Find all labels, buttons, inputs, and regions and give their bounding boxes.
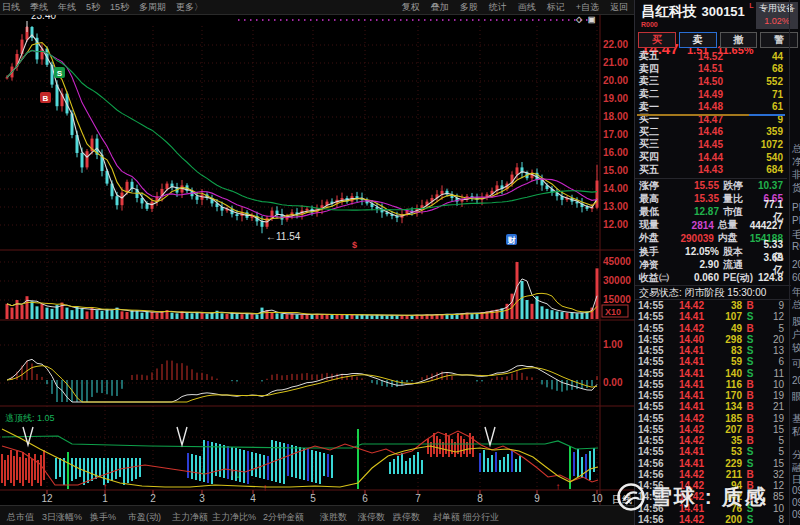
toolbar-item[interactable]: 画线: [518, 1, 536, 14]
svg-text:22.00: 22.00: [603, 39, 628, 50]
trade-direction: S: [742, 345, 758, 356]
quote-panel: 昌红科技 300151 L R000 14.47 1.51 11.65% 专用设…: [634, 0, 800, 525]
orderbook-row[interactable]: 买三14.451072: [635, 138, 787, 151]
market-column-header[interactable]: 主力净额: [172, 511, 208, 524]
toolbar-item[interactable]: 多周期: [139, 1, 166, 14]
trade-time: 14:56: [638, 491, 668, 502]
market-column-header[interactable]: 细分行业: [463, 511, 499, 524]
info-label: PE(动): [723, 271, 757, 285]
order-button-cancel[interactable]: 撤: [720, 32, 758, 48]
toolbar-item[interactable]: 返回: [610, 1, 628, 14]
market-column-header[interactable]: 封单额: [433, 511, 460, 524]
svg-text:日线: 日线: [612, 494, 632, 505]
market-column-header[interactable]: 涨停数: [358, 511, 385, 524]
orderbook-volume: 359: [723, 126, 783, 137]
svg-text:7: 7: [415, 493, 421, 504]
tick-trade-list[interactable]: 14:5514.4238B914:5514.41107S1214:5514.42…: [635, 300, 787, 525]
svg-text:20.00: 20.00: [603, 75, 628, 86]
svg-text:3: 3: [199, 493, 205, 504]
market-column-header[interactable]: 2分钟金额: [263, 511, 304, 524]
orderbook-row[interactable]: 卖四14.5168: [635, 63, 787, 76]
order-button-sell[interactable]: 卖: [679, 32, 717, 48]
toolbar-item[interactable]: 15秒: [110, 1, 129, 14]
market-column-header[interactable]: 跌停数: [393, 511, 420, 524]
trade-direction: S: [742, 458, 758, 469]
market-column-header[interactable]: 3日涨幅%: [42, 511, 82, 524]
svg-text:↑: ↑: [263, 482, 268, 493]
market-column-header[interactable]: 换手%: [90, 511, 116, 524]
toolbar-item[interactable]: +自选: [576, 1, 599, 14]
trade-volume: 185: [704, 413, 742, 424]
trade-time: 14:55: [638, 401, 668, 412]
toolbar-item[interactable]: 年线: [58, 1, 76, 14]
orderbook-row[interactable]: 卖一14.4861: [635, 100, 787, 113]
trade-row: 14:5514.41170B19: [635, 390, 787, 401]
trade-price: 14.42: [668, 323, 704, 334]
trade-row: 14:5614.4294B12: [635, 480, 787, 491]
trade-direction: B: [742, 413, 758, 424]
orderbook-row[interactable]: 卖三14.50552: [635, 75, 787, 88]
trade-price: 14.42: [668, 413, 704, 424]
toolbar-item[interactable]: 多股: [460, 1, 478, 14]
svg-text:5: 5: [310, 493, 316, 504]
info-label: 跌停: [723, 179, 757, 193]
toolbar-item[interactable]: 季线: [30, 1, 48, 14]
trade-row: 14:5614.42211B32: [635, 469, 787, 480]
orderbook-row[interactable]: 卖二14.4971: [635, 88, 787, 101]
market-column-header[interactable]: 涨胜数: [320, 511, 347, 524]
info-label: 市值: [723, 205, 757, 219]
clipped-label: PE: [792, 215, 800, 226]
info-value: 290039: [673, 233, 714, 244]
info-value: 10.37: [757, 180, 783, 191]
trade-row: 14:5514.4183S13: [635, 345, 787, 356]
trade-row: 14:5514.42207B15: [635, 424, 787, 435]
info-value: 124.8: [757, 272, 783, 283]
trade-price: 14.41: [668, 311, 704, 322]
clipped-label: 总: [792, 142, 800, 156]
toolbar-item[interactable]: 标记: [547, 1, 565, 14]
trade-time: 14:55: [638, 413, 668, 424]
orderbook-price: 14.46: [671, 126, 723, 137]
toolbar-item[interactable]: 叠加: [431, 1, 449, 14]
orderbook-price: 14.52: [671, 51, 723, 62]
svg-text:$: $: [352, 240, 357, 250]
orderbook-price: 14.51: [671, 63, 723, 74]
trade-volume: 140: [704, 368, 742, 379]
macd-pane: [7, 359, 597, 402]
order-buttons: 买卖撤警: [638, 32, 798, 48]
order-button-buy[interactable]: 买: [638, 32, 676, 48]
trade-count: 5: [758, 435, 784, 446]
orderbook-row[interactable]: 买四14.44540: [635, 151, 787, 164]
trade-price: 14.42: [668, 424, 704, 435]
market-column-header[interactable]: 总市值: [7, 511, 34, 524]
trade-time: 14:56: [638, 458, 668, 469]
trade-row: 14:5514.4238B9: [635, 300, 787, 311]
indicator-pane: ↑↑↑↑↓↓逃顶线: 1.05: [2, 413, 598, 493]
info-row: 收益㈡0.060PE(动)124.8: [635, 271, 787, 284]
orderbook-row[interactable]: 买五14.43684: [635, 163, 787, 176]
trade-price: 14.41: [668, 503, 704, 514]
trade-row: 14:5514.4249B5: [635, 323, 787, 334]
toolbar-item[interactable]: 统计: [489, 1, 507, 14]
kline-chart[interactable]: ↑↑↑↑↓↓逃顶线: 1.0522.0021.0020.0019.0018.00…: [0, 0, 634, 525]
toolbar-item[interactable]: 5秒: [86, 1, 100, 14]
toolbar-item[interactable]: 日线: [2, 1, 20, 14]
orderbook-row[interactable]: 买二14.46359: [635, 126, 787, 139]
market-column-header[interactable]: 市盈(动): [128, 511, 161, 524]
trade-volume: 76: [704, 503, 742, 514]
toolbar-item[interactable]: 复权: [402, 1, 420, 14]
clipped-label: 可: [792, 357, 800, 371]
trade-time: 14:55: [638, 379, 668, 390]
toolbar-item[interactable]: 更多〉: [176, 1, 203, 14]
clipped-label: PE: [792, 202, 800, 213]
axis-labels: 22.0021.0020.0019.0018.0017.0016.0015.00…: [0, 14, 634, 505]
orderbook-row[interactable]: 卖五14.5244: [635, 50, 787, 63]
info-label: 股本: [723, 245, 757, 259]
info-label: 总量: [718, 218, 750, 232]
svg-text:12: 12: [41, 493, 53, 504]
info-label: 外盘: [639, 231, 673, 245]
orderbook-volume: 44: [723, 51, 783, 62]
market-column-header[interactable]: 主力净比%: [212, 511, 256, 524]
svg-text:14.00: 14.00: [603, 183, 628, 194]
svg-text:6: 6: [362, 493, 368, 504]
